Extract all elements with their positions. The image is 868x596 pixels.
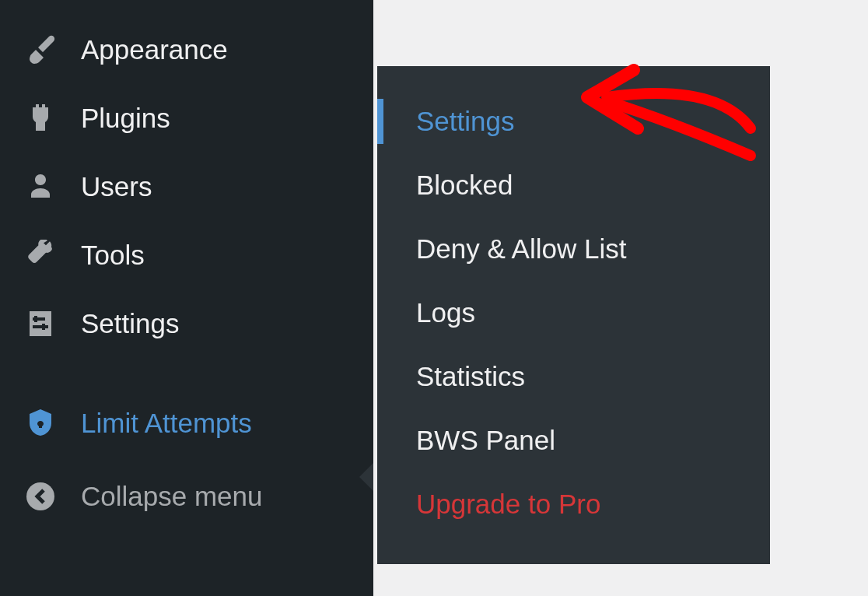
- collapse-label: Collapse menu: [81, 481, 262, 512]
- svg-point-0: [26, 482, 54, 510]
- flyout-pointer: [359, 463, 373, 491]
- sidebar-item-label: Limit Attempts: [81, 408, 252, 439]
- sidebar-item-settings[interactable]: Settings: [0, 289, 373, 358]
- sidebar-item-users[interactable]: Users: [0, 153, 373, 221]
- flyout-item-label: Upgrade to Pro: [416, 489, 600, 519]
- flyout-item-blocked[interactable]: Blocked: [377, 153, 770, 217]
- brush-icon: [23, 33, 58, 67]
- sidebar-item-plugins[interactable]: Plugins: [0, 84, 373, 153]
- collapse-icon: [23, 479, 58, 514]
- sidebar-item-label: Tools: [81, 240, 145, 271]
- submenu-flyout: Settings Blocked Deny & Allow List Logs …: [377, 66, 770, 564]
- sidebar-item-label: Users: [81, 171, 152, 202]
- flyout-item-deny-allow[interactable]: Deny & Allow List: [377, 217, 770, 281]
- sidebar-item-tools[interactable]: Tools: [0, 221, 373, 289]
- sidebar-spacer: [0, 358, 373, 389]
- flyout-item-label: Logs: [416, 297, 475, 328]
- flyout-item-label: Statistics: [416, 361, 525, 391]
- flyout-item-label: Deny & Allow List: [416, 233, 626, 264]
- sidebar-item-limit-attempts[interactable]: Limit Attempts: [0, 389, 373, 458]
- flyout-item-label: Blocked: [416, 170, 513, 200]
- user-icon: [23, 170, 58, 204]
- sidebar-item-label: Settings: [81, 308, 179, 339]
- flyout-item-settings[interactable]: Settings: [377, 89, 770, 153]
- flyout-item-bws-panel[interactable]: BWS Panel: [377, 408, 770, 472]
- shield-icon: [23, 406, 58, 440]
- sidebar-item-label: Appearance: [81, 34, 228, 65]
- flyout-item-upgrade[interactable]: Upgrade to Pro: [377, 472, 770, 536]
- flyout-item-logs[interactable]: Logs: [377, 281, 770, 345]
- flyout-item-label: BWS Panel: [416, 425, 555, 455]
- flyout-item-statistics[interactable]: Statistics: [377, 345, 770, 408]
- admin-sidebar: Appearance Plugins Users Tools Settings …: [0, 0, 373, 596]
- flyout-item-label: Settings: [416, 106, 514, 136]
- sidebar-item-appearance[interactable]: Appearance: [0, 16, 373, 84]
- plug-icon: [23, 101, 58, 135]
- sliders-icon: [23, 307, 58, 341]
- wrench-icon: [23, 238, 58, 272]
- sidebar-item-label: Plugins: [81, 103, 170, 134]
- collapse-menu-button[interactable]: Collapse menu: [0, 458, 373, 531]
